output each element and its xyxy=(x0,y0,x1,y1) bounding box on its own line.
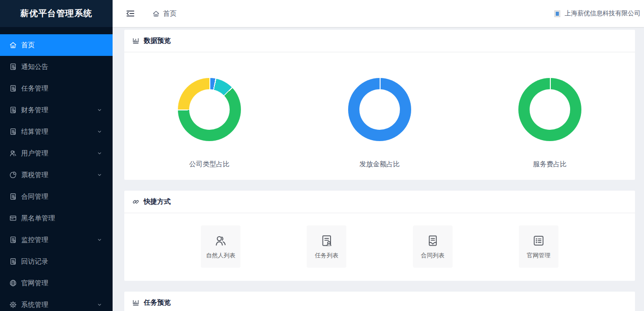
company-name: 上海薪优信息科技有限公司 xyxy=(565,9,640,18)
panel-shortcuts: 快捷方式 自然人列表 任务列表 合同列表 官网管理 xyxy=(124,191,635,281)
chevron-down-icon xyxy=(96,237,103,243)
bar-chart-icon xyxy=(132,299,140,306)
home-icon xyxy=(9,41,17,49)
shortcut-task-list[interactable]: 任务列表 xyxy=(307,225,346,268)
document-icon xyxy=(9,84,17,92)
donut-chart-payment-amount[interactable] xyxy=(348,78,411,141)
sidebar-item-visit-records[interactable]: 回访记录 xyxy=(0,251,113,272)
sidebar-collapse-icon[interactable] xyxy=(125,9,135,18)
chart-service-fee: 服务费占比 xyxy=(465,78,635,169)
top-navbar: 首页 上海薪优信息科技有限公司 xyxy=(113,0,644,27)
document-icon xyxy=(9,128,17,136)
chevron-down-icon xyxy=(96,107,103,113)
sidebar: 薪优平台管理系统 首页 通知公告 任务管理 财务管理 结算管理 用户管理 xyxy=(0,0,113,311)
panel-data-preview: 数据预览 公司类型占比 发放金额占比 服务费占比 xyxy=(124,30,635,180)
sidebar-item-users[interactable]: 用户管理 xyxy=(0,142,113,164)
sidebar-item-label: 合同管理 xyxy=(21,192,48,201)
donut-chart-company-type[interactable] xyxy=(178,78,241,141)
sidebar-item-label: 用户管理 xyxy=(21,149,48,158)
company-avatar xyxy=(554,10,560,17)
shortcut-label: 任务列表 xyxy=(315,252,338,260)
bar-chart-icon xyxy=(132,37,140,45)
breadcrumb[interactable]: 首页 xyxy=(152,9,177,18)
sidebar-item-system[interactable]: 系统管理 xyxy=(0,294,113,311)
sidebar-item-home[interactable]: 首页 xyxy=(0,34,113,56)
task-list-icon xyxy=(320,234,333,247)
panel-header: 数据预览 xyxy=(124,30,635,52)
sidebar-item-label: 系统管理 xyxy=(21,301,48,309)
breadcrumb-home-label: 首页 xyxy=(163,9,177,18)
shortcut-website-management[interactable]: 官网管理 xyxy=(519,225,558,268)
panel-task-preview: 任务预览 xyxy=(124,292,635,311)
chart-payment-amount: 发放金额占比 xyxy=(295,78,465,169)
document-icon xyxy=(9,63,17,71)
people-icon xyxy=(214,234,227,247)
card-icon xyxy=(9,214,17,222)
shortcut-label: 自然人列表 xyxy=(206,252,236,260)
pie-chart-icon xyxy=(9,171,17,179)
sidebar-item-label: 结算管理 xyxy=(21,128,48,136)
sidebar-item-settlement[interactable]: 结算管理 xyxy=(0,121,113,142)
home-icon xyxy=(152,10,160,18)
chart-title: 服务费占比 xyxy=(465,160,635,169)
shortcut-label: 合同列表 xyxy=(421,252,444,260)
shortcut-contract-list[interactable]: 合同列表 xyxy=(413,225,453,268)
sidebar-item-tasks[interactable]: 任务管理 xyxy=(0,78,113,99)
globe-icon xyxy=(9,279,17,287)
shortcut-label: 官网管理 xyxy=(527,252,550,260)
sidebar-item-contracts[interactable]: 合同管理 xyxy=(0,186,113,207)
panel-title: 快捷方式 xyxy=(144,197,171,206)
shortcut-natural-person-list[interactable]: 自然人列表 xyxy=(201,225,240,268)
chart-company-type: 公司类型占比 xyxy=(124,78,295,169)
document-icon xyxy=(9,257,17,265)
link-icon xyxy=(132,198,140,206)
sidebar-item-label: 黑名单管理 xyxy=(21,214,55,223)
panel-title: 数据预览 xyxy=(144,37,171,45)
chevron-down-icon xyxy=(96,172,103,178)
document-icon xyxy=(9,236,17,244)
main-area: 首页 上海薪优信息科技有限公司 数据预览 公司类型占比 发放金额占比 xyxy=(113,0,644,311)
panel-title: 任务预览 xyxy=(144,298,171,307)
sidebar-item-monitoring[interactable]: 监控管理 xyxy=(0,229,113,251)
sidebar-item-label: 官网管理 xyxy=(21,279,48,288)
sidebar-item-label: 首页 xyxy=(21,41,35,50)
panel-header: 任务预览 xyxy=(124,292,635,311)
sidebar-item-label: 回访记录 xyxy=(21,257,48,266)
sidebar-menu: 首页 通知公告 任务管理 财务管理 结算管理 用户管理 票税管理 xyxy=(0,27,113,311)
sidebar-item-blacklist[interactable]: 黑名单管理 xyxy=(0,207,113,229)
sidebar-item-label: 票税管理 xyxy=(21,171,48,179)
app-logo-title: 薪优平台管理系统 xyxy=(0,0,113,27)
chart-title: 发放金额占比 xyxy=(295,160,465,169)
document-icon xyxy=(9,106,17,114)
sidebar-item-label: 监控管理 xyxy=(21,236,48,244)
chart-title: 公司类型占比 xyxy=(124,160,295,169)
website-list-icon xyxy=(532,234,545,247)
sidebar-item-tax[interactable]: 票税管理 xyxy=(0,164,113,186)
chevron-down-icon xyxy=(96,302,103,308)
chevron-down-icon xyxy=(96,150,103,156)
user-menu[interactable]: 上海薪优信息科技有限公司 xyxy=(554,9,640,18)
users-icon xyxy=(9,149,17,157)
gear-icon xyxy=(9,301,17,309)
panel-header: 快捷方式 xyxy=(124,191,635,213)
donut-chart-service-fee[interactable] xyxy=(518,78,581,141)
document-icon xyxy=(9,192,17,201)
page-content: 数据预览 公司类型占比 发放金额占比 服务费占比 xyxy=(113,27,644,311)
sidebar-item-finance[interactable]: 财务管理 xyxy=(0,99,113,121)
contract-icon xyxy=(426,234,440,247)
sidebar-item-label: 财务管理 xyxy=(21,106,48,114)
charts-body: 公司类型占比 发放金额占比 服务费占比 xyxy=(124,52,635,180)
chevron-down-icon xyxy=(96,128,103,135)
shortcut-list: 自然人列表 任务列表 合同列表 官网管理 xyxy=(124,213,635,281)
sidebar-item-notices[interactable]: 通知公告 xyxy=(0,56,113,78)
sidebar-item-website[interactable]: 官网管理 xyxy=(0,272,113,294)
sidebar-item-label: 任务管理 xyxy=(21,84,48,93)
sidebar-item-label: 通知公告 xyxy=(21,63,48,71)
